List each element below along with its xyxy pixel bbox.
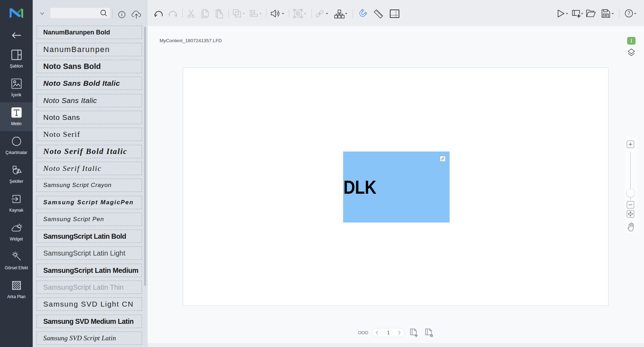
svg-text:?: ? (627, 10, 630, 16)
svg-text:M: M (430, 334, 433, 338)
